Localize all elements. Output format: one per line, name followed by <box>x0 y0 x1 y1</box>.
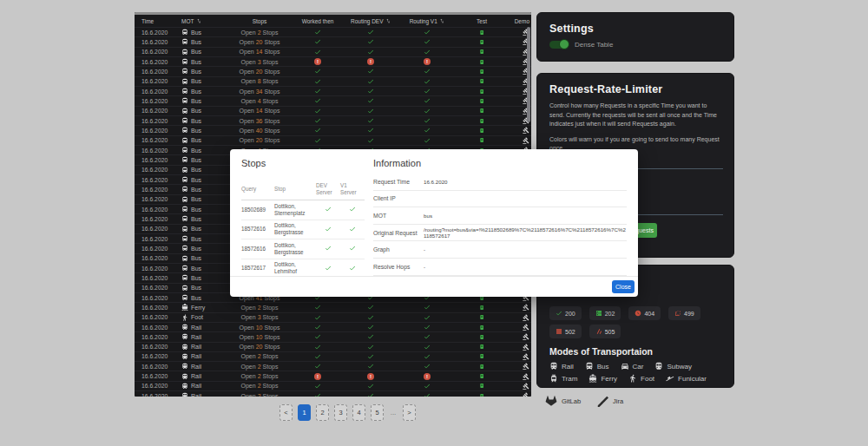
table-row[interactable]: 16.6.2020 Bus Open14Stops <box>135 106 531 115</box>
test-action[interactable] <box>457 324 506 331</box>
test-action[interactable] <box>457 333 506 341</box>
test-action[interactable] <box>457 77 506 85</box>
table-row[interactable]: 16.6.2020 Bus Open36Stops <box>135 115 531 125</box>
table-row[interactable]: 16.6.2020 Bus Open40Stops <box>135 125 531 134</box>
table-row[interactable]: 16.6.2020 Bus Open3Stops ! ! ! <box>135 56 531 66</box>
demo-action[interactable] <box>506 373 531 380</box>
demo-action[interactable] <box>506 383 531 390</box>
open-stops-link[interactable]: Open2Stops <box>228 393 291 397</box>
open-stops-link[interactable]: Open40Stops <box>228 128 291 134</box>
test-action[interactable] <box>457 58 506 66</box>
table-row[interactable]: 16.6.2020 Bus Open2Stops <box>135 27 531 36</box>
vertical-scrollbar-thumb[interactable] <box>527 27 530 122</box>
open-stops-link[interactable]: Open3Stops <box>228 59 291 65</box>
pagination-page-4[interactable]: 4 <box>352 404 365 421</box>
table-row[interactable]: 16.6.2020 Foot Open3Stops <box>135 312 531 322</box>
table-row[interactable]: 16.6.2020 Rail Open2Stops ! ! ! <box>135 371 531 380</box>
dense-table-toggle-row[interactable]: Dense Table <box>549 41 721 49</box>
open-stops-link[interactable]: Open2Stops <box>228 30 291 36</box>
table-row[interactable]: 16.6.2020 Bus Open20Stops <box>135 66 531 75</box>
column-header-routing-v1[interactable]: Routing V1 <box>397 18 457 24</box>
table-row[interactable]: 16.6.2020 Rail Open10Stops <box>135 331 531 341</box>
demo-action[interactable] <box>506 392 531 397</box>
demo-action[interactable] <box>506 344 531 351</box>
open-stops-link[interactable]: Open14Stops <box>228 108 291 114</box>
demo-action[interactable] <box>506 324 531 331</box>
test-action[interactable] <box>457 48 506 56</box>
open-stops-link[interactable]: Open20Stops <box>228 344 291 350</box>
open-stops-link[interactable]: Open36Stops <box>228 118 291 124</box>
pagination-page-2[interactable]: 2 <box>316 404 329 421</box>
test-action[interactable] <box>457 38 506 46</box>
row-mot: Bus <box>178 265 228 272</box>
demo-action[interactable] <box>506 127 531 134</box>
open-stops-link[interactable]: Open10Stops <box>228 334 291 340</box>
open-stops-link[interactable]: Open10Stops <box>228 325 291 331</box>
open-stops-link[interactable]: Open4Stops <box>228 98 291 104</box>
open-stops-link[interactable]: Open20Stops <box>228 137 291 143</box>
table-row[interactable]: 16.6.2020 Bus Open20Stops <box>135 135 531 145</box>
table-row[interactable]: 16.6.2020 Bus Open14Stops <box>135 47 531 56</box>
table-row[interactable]: 16.6.2020 Rail Open2Stops <box>135 381 531 390</box>
open-stops-link[interactable]: Open2Stops <box>228 383 291 389</box>
test-action[interactable] <box>457 127 506 134</box>
test-action[interactable] <box>457 68 506 75</box>
open-stops-link[interactable]: Open8Stops <box>228 78 291 84</box>
open-stops-link[interactable]: Open2Stops <box>228 305 291 311</box>
jira-link[interactable]: Jira <box>596 395 623 407</box>
test-action[interactable] <box>457 117 506 125</box>
toggle-on-icon[interactable] <box>549 41 569 49</box>
test-action[interactable] <box>457 392 506 397</box>
pagination-next[interactable]: > <box>403 404 416 421</box>
table-row[interactable]: 16.6.2020 Rail Open2Stops <box>135 351 531 361</box>
open-stops-link[interactable]: Open14Stops <box>228 49 291 55</box>
column-header-mot[interactable]: MOT <box>178 18 228 24</box>
horizontal-scrollbar[interactable] <box>135 12 531 15</box>
table-row[interactable]: 16.6.2020 Rail Open2Stops <box>135 390 531 397</box>
table-row[interactable]: 16.6.2020 Bus Open34Stops <box>135 86 531 95</box>
mode-ferry: Ferry <box>589 374 617 383</box>
pagination-prev[interactable]: < <box>279 404 293 421</box>
test-action[interactable] <box>457 382 506 390</box>
test-action[interactable] <box>457 363 506 371</box>
open-stops-link[interactable]: Open2Stops <box>228 364 291 370</box>
test-action[interactable] <box>457 313 506 321</box>
test-action[interactable] <box>457 88 506 95</box>
test-action[interactable] <box>457 107 506 115</box>
table-row[interactable]: 16.6.2020 Rail Open2Stops <box>135 361 531 371</box>
test-action[interactable] <box>457 304 506 312</box>
open-stops-link[interactable]: Open2Stops <box>228 373 291 379</box>
open-stops-link[interactable]: Open2Stops <box>228 353 291 359</box>
table-row[interactable]: 16.6.2020 Bus Open4Stops <box>135 95 531 105</box>
table-row[interactable]: 16.6.2020 Rail Open10Stops <box>135 322 531 331</box>
test-action[interactable] <box>457 136 506 144</box>
test-action[interactable] <box>457 372 506 380</box>
gitlab-link[interactable]: GitLab <box>545 395 581 407</box>
open-stops-link[interactable]: Open20Stops <box>228 69 291 75</box>
open-stops-link[interactable]: Open34Stops <box>228 89 291 95</box>
pagination-page-1[interactable]: 1 <box>298 404 311 421</box>
demo-action[interactable] <box>506 333 531 340</box>
test-action[interactable] <box>457 29 506 36</box>
pagination-page-3[interactable]: 3 <box>334 404 347 421</box>
test-action[interactable] <box>457 352 506 360</box>
demo-action[interactable] <box>506 304 531 311</box>
row-date: 16.6.2020 <box>135 383 178 389</box>
table-row[interactable]: 16.6.2020 Bus Open8Stops <box>135 76 531 86</box>
table-row[interactable]: 16.6.2020 Ferry Open2Stops <box>135 302 531 312</box>
check-icon <box>424 68 431 75</box>
close-button[interactable]: Close <box>612 280 635 293</box>
open-stops-link[interactable]: Open3Stops <box>228 314 291 320</box>
open-stops-link[interactable]: Open20Stops <box>228 39 291 45</box>
worked-then-status <box>291 49 345 56</box>
demo-action[interactable] <box>506 137 531 144</box>
test-action[interactable] <box>457 343 506 351</box>
demo-action[interactable] <box>506 314 531 321</box>
demo-action[interactable] <box>506 363 531 370</box>
column-header-routing-dev[interactable]: Routing DEV <box>345 18 397 24</box>
test-action[interactable] <box>457 97 506 105</box>
table-row[interactable]: 16.6.2020 Rail Open20Stops <box>135 342 531 351</box>
pagination-page-5[interactable]: 5 <box>371 404 384 421</box>
demo-action[interactable] <box>506 353 531 360</box>
table-row[interactable]: 16.6.2020 Bus Open20Stops <box>135 36 531 46</box>
